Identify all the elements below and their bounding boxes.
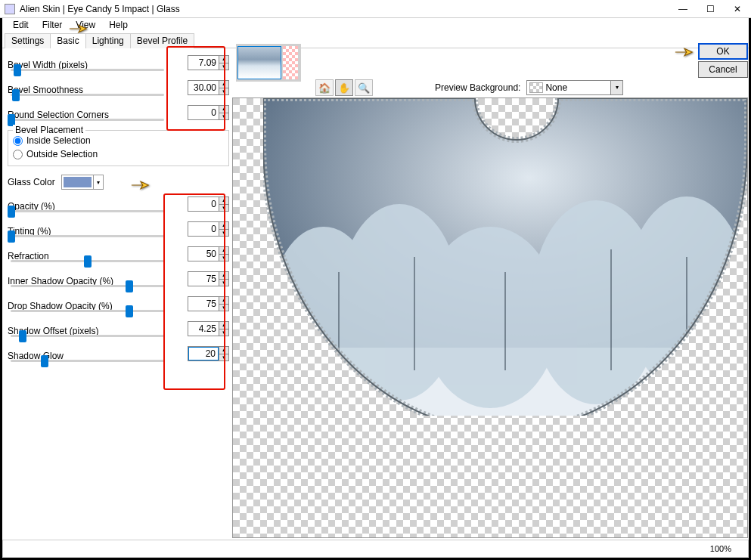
- bevel-width-slider[interactable]: [8, 65, 167, 76]
- bevel-smoothness-input[interactable]: [188, 81, 219, 94]
- drop-shadow-slider[interactable]: [8, 306, 167, 317]
- checker-swatch-icon: [529, 82, 543, 93]
- param-shadow-glow: Shadow Glow ▲▼: [8, 343, 229, 368]
- param-round-corners: Round Selection Corners ▲▼: [8, 102, 229, 127]
- outside-selection-label: Outside Selection: [26, 149, 98, 159]
- tinting-input[interactable]: [188, 222, 219, 236]
- menu-bar: Edit Filter View Help: [0, 18, 751, 32]
- thumbnail-add[interactable]: [283, 46, 298, 79]
- param-tinting: Tinting (%) ▲▼: [8, 218, 229, 243]
- inside-selection-label: Inside Selection: [26, 135, 91, 146]
- drop-shadow-input[interactable]: [188, 297, 219, 311]
- param-bevel-smoothness: Bevel Smoothness ▲▼: [8, 77, 229, 102]
- spin-down-icon[interactable]: ▼: [219, 63, 228, 70]
- pointer-hand-icon: [130, 178, 151, 193]
- param-bevel-width: Bevel Width (pixels) ▲▼: [8, 52, 229, 77]
- menu-filter[interactable]: Filter: [36, 19, 70, 31]
- shadow-offset-slider[interactable]: [8, 331, 167, 342]
- maximize-button[interactable]: ☐: [697, 0, 724, 18]
- tinting-slider[interactable]: [8, 231, 167, 242]
- opacity-input[interactable]: [188, 197, 219, 211]
- tab-settings[interactable]: Settings: [5, 33, 51, 48]
- param-drop-shadow: Drop Shadow Opacity (%) ▲▼: [8, 293, 229, 318]
- preview-image: [263, 98, 747, 416]
- spin-up-icon[interactable]: ▲: [219, 56, 228, 63]
- shadow-glow-spinner[interactable]: ▲▼: [188, 346, 229, 361]
- refraction-spinner[interactable]: ▲▼: [188, 246, 229, 261]
- preview-toolbar: 🏠 ✋ 🔍 Preview Background: None ▾: [315, 79, 623, 96]
- menu-view[interactable]: View: [69, 19, 102, 31]
- opacity-slider[interactable]: [8, 206, 167, 217]
- glass-color-swatch: [64, 177, 92, 187]
- bevel-width-spinner[interactable]: ▲▼: [188, 55, 229, 70]
- opacity-spinner[interactable]: ▲▼: [188, 196, 229, 212]
- round-corners-slider[interactable]: [8, 115, 167, 125]
- param-refraction: Refraction ▲▼: [8, 243, 229, 268]
- ok-button[interactable]: OK: [698, 43, 748, 60]
- title-bar: Alien Skin | Eye Candy 5 Impact | Glass …: [0, 0, 751, 18]
- zoom-level: 100%: [710, 544, 731, 553]
- shadow-glow-input[interactable]: [188, 347, 219, 360]
- glass-color-button[interactable]: ▾: [61, 175, 104, 190]
- bevel-smoothness-slider[interactable]: [8, 90, 167, 101]
- tool-hand-icon[interactable]: ✋: [335, 79, 353, 96]
- preview-area: 🏠 ✋ 🔍 Preview Background: None ▾ OK Canc…: [232, 49, 748, 538]
- round-corners-input[interactable]: [188, 106, 219, 119]
- inner-shadow-spinner[interactable]: ▲▼: [188, 271, 229, 286]
- tab-basic[interactable]: Basic: [50, 33, 85, 48]
- inner-shadow-input[interactable]: [188, 272, 219, 286]
- tab-lighting[interactable]: Lighting: [85, 33, 131, 48]
- shadow-offset-input[interactable]: [188, 322, 219, 336]
- thumbnail-strip: [236, 44, 301, 82]
- refraction-input[interactable]: [188, 247, 219, 261]
- menu-help[interactable]: Help: [102, 19, 135, 31]
- parameters-panel: Bevel Width (pixels) ▲▼ Bevel Smoothness…: [3, 49, 232, 538]
- shadow-offset-spinner[interactable]: ▲▼: [188, 321, 229, 336]
- outside-selection-radio[interactable]: [13, 150, 23, 159]
- inner-shadow-slider[interactable]: [8, 281, 167, 292]
- tool-home-icon[interactable]: 🏠: [315, 79, 334, 96]
- param-opacity: Opacity (%) ▲▼: [8, 193, 229, 218]
- chevron-down-icon[interactable]: ▾: [93, 175, 103, 189]
- minimize-button[interactable]: —: [669, 0, 697, 18]
- bevel-placement-group: Bevel Placement Inside Selection Outside…: [8, 130, 229, 166]
- close-button[interactable]: ✕: [724, 0, 751, 18]
- param-shadow-offset: Shadow Offset (pixels) ▲▼: [8, 318, 229, 343]
- menu-edit[interactable]: Edit: [6, 19, 36, 31]
- app-icon: [5, 4, 15, 14]
- shadow-glow-slider[interactable]: [8, 356, 167, 367]
- preview-bg-combo[interactable]: None ▾: [526, 80, 623, 95]
- refraction-slider[interactable]: [8, 256, 167, 267]
- status-bar: 100%: [2, 540, 749, 558]
- param-inner-shadow: Inner Shadow Opacity (%) ▲▼: [8, 268, 229, 293]
- drop-shadow-spinner[interactable]: ▲▼: [188, 296, 229, 311]
- chevron-down-icon[interactable]: ▾: [610, 81, 622, 94]
- preview-thumbnail[interactable]: [237, 46, 281, 79]
- glass-color-label: Glass Color: [8, 177, 55, 187]
- preview-bg-label: Preview Background:: [435, 82, 520, 93]
- preview-canvas[interactable]: [232, 97, 748, 538]
- tab-bevel-profile[interactable]: Bevel Profile: [130, 33, 194, 48]
- tinting-spinner[interactable]: ▲▼: [188, 221, 229, 237]
- window-title: Alien Skin | Eye Candy 5 Impact | Glass: [20, 4, 180, 14]
- bevel-width-input[interactable]: [188, 56, 219, 70]
- preview-bg-value: None: [545, 82, 610, 93]
- bevel-smoothness-spinner[interactable]: ▲▼: [188, 80, 229, 95]
- inside-selection-radio[interactable]: [13, 136, 23, 146]
- bevel-placement-legend: Bevel Placement: [13, 125, 85, 135]
- tool-zoom-icon[interactable]: 🔍: [355, 79, 373, 96]
- round-corners-spinner[interactable]: ▲▼: [188, 105, 229, 120]
- cancel-button[interactable]: Cancel: [698, 61, 748, 78]
- tab-bar: Settings Basic Lighting Bevel Profile: [0, 33, 751, 48]
